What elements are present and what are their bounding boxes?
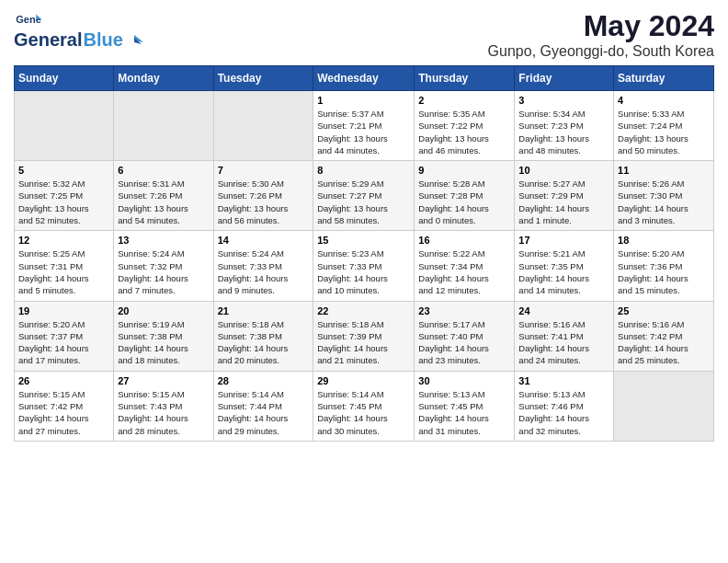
day-number: 2 <box>418 95 510 106</box>
calendar-week-row-1: 5Sunrise: 5:32 AMSunset: 7:25 PMDaylight… <box>15 161 714 231</box>
calendar-cell: 21Sunrise: 5:18 AMSunset: 7:38 PMDayligh… <box>213 301 313 371</box>
header: General GeneralBlue May 2024 Gunpo, Gyeo… <box>14 9 714 60</box>
day-number: 25 <box>618 305 710 316</box>
day-info: Sunrise: 5:30 AMSunset: 7:26 PMDaylight:… <box>218 178 310 226</box>
calendar-cell <box>15 91 114 161</box>
weekday-header-friday: Friday <box>515 66 614 91</box>
calendar-cell: 22Sunrise: 5:18 AMSunset: 7:39 PMDayligh… <box>313 301 415 371</box>
calendar-cell: 8Sunrise: 5:29 AMSunset: 7:27 PMDaylight… <box>313 161 415 231</box>
calendar-cell <box>213 91 313 161</box>
day-info: Sunrise: 5:34 AMSunset: 7:23 PMDaylight:… <box>518 108 609 156</box>
calendar-cell: 29Sunrise: 5:14 AMSunset: 7:45 PMDayligh… <box>313 371 415 441</box>
day-number: 6 <box>118 165 209 176</box>
day-number: 20 <box>118 305 209 316</box>
day-info: Sunrise: 5:26 AMSunset: 7:30 PMDaylight:… <box>618 178 710 226</box>
weekday-header-thursday: Thursday <box>415 66 515 91</box>
logo-icon: General <box>16 13 41 29</box>
calendar-cell: 13Sunrise: 5:24 AMSunset: 7:32 PMDayligh… <box>114 231 213 301</box>
calendar-table: SundayMondayTuesdayWednesdayThursdayFrid… <box>14 65 714 442</box>
day-info: Sunrise: 5:28 AMSunset: 7:28 PMDaylight:… <box>418 178 510 226</box>
calendar-week-row-2: 12Sunrise: 5:25 AMSunset: 7:31 PMDayligh… <box>15 231 714 301</box>
day-info: Sunrise: 5:13 AMSunset: 7:45 PMDaylight:… <box>418 388 510 437</box>
day-number: 18 <box>618 235 710 246</box>
day-info: Sunrise: 5:25 AMSunset: 7:31 PMDaylight:… <box>18 247 109 296</box>
day-info: Sunrise: 5:18 AMSunset: 7:38 PMDaylight:… <box>218 318 310 367</box>
day-info: Sunrise: 5:24 AMSunset: 7:32 PMDaylight:… <box>118 247 209 296</box>
day-info: Sunrise: 5:21 AMSunset: 7:35 PMDaylight:… <box>518 247 609 296</box>
day-number: 4 <box>618 95 710 106</box>
day-info: Sunrise: 5:35 AMSunset: 7:22 PMDaylight:… <box>418 108 510 156</box>
day-info: Sunrise: 5:17 AMSunset: 7:40 PMDaylight:… <box>418 318 510 367</box>
calendar-cell: 18Sunrise: 5:20 AMSunset: 7:36 PMDayligh… <box>614 231 714 301</box>
calendar-week-row-3: 19Sunrise: 5:20 AMSunset: 7:37 PMDayligh… <box>15 301 714 371</box>
day-number: 16 <box>418 235 510 246</box>
logo-bird-icon <box>125 33 143 48</box>
calendar-cell <box>114 91 213 161</box>
weekday-header-row: SundayMondayTuesdayWednesdayThursdayFrid… <box>15 66 714 91</box>
day-number: 30 <box>418 375 510 386</box>
svg-text:General: General <box>16 14 41 25</box>
day-info: Sunrise: 5:15 AMSunset: 7:43 PMDaylight:… <box>118 388 209 437</box>
day-number: 7 <box>218 165 310 176</box>
logo-general: General <box>14 29 82 51</box>
day-number: 11 <box>618 165 710 176</box>
calendar-cell: 16Sunrise: 5:22 AMSunset: 7:34 PMDayligh… <box>415 231 515 301</box>
location-subtitle: Gunpo, Gyeonggi-do, South Korea <box>488 43 714 60</box>
calendar-cell: 3Sunrise: 5:34 AMSunset: 7:23 PMDaylight… <box>515 91 614 161</box>
day-number: 3 <box>518 95 609 106</box>
day-number: 5 <box>18 165 109 176</box>
day-number: 9 <box>418 165 510 176</box>
day-number: 14 <box>218 235 310 246</box>
day-info: Sunrise: 5:16 AMSunset: 7:41 PMDaylight:… <box>518 318 609 367</box>
day-info: Sunrise: 5:20 AMSunset: 7:37 PMDaylight:… <box>18 318 109 367</box>
day-number: 23 <box>418 305 510 316</box>
day-number: 22 <box>317 305 410 316</box>
calendar-cell: 27Sunrise: 5:15 AMSunset: 7:43 PMDayligh… <box>114 371 213 441</box>
calendar-cell: 7Sunrise: 5:30 AMSunset: 7:26 PMDaylight… <box>213 161 313 231</box>
day-info: Sunrise: 5:14 AMSunset: 7:44 PMDaylight:… <box>218 388 310 437</box>
calendar-cell: 1Sunrise: 5:37 AMSunset: 7:21 PMDaylight… <box>313 91 415 161</box>
calendar-cell: 25Sunrise: 5:16 AMSunset: 7:42 PMDayligh… <box>614 301 714 371</box>
logo: General GeneralBlue <box>14 13 143 51</box>
calendar-cell: 28Sunrise: 5:14 AMSunset: 7:44 PMDayligh… <box>213 371 313 441</box>
day-number: 27 <box>118 375 209 386</box>
day-info: Sunrise: 5:13 AMSunset: 7:46 PMDaylight:… <box>518 388 609 437</box>
day-number: 12 <box>18 235 109 246</box>
logo-blue-text: Blue <box>83 29 122 51</box>
calendar-cell: 19Sunrise: 5:20 AMSunset: 7:37 PMDayligh… <box>15 301 114 371</box>
day-number: 8 <box>317 165 410 176</box>
day-info: Sunrise: 5:32 AMSunset: 7:25 PMDaylight:… <box>18 178 109 226</box>
calendar-cell: 6Sunrise: 5:31 AMSunset: 7:26 PMDaylight… <box>114 161 213 231</box>
day-info: Sunrise: 5:23 AMSunset: 7:33 PMDaylight:… <box>317 247 410 296</box>
day-info: Sunrise: 5:29 AMSunset: 7:27 PMDaylight:… <box>317 178 410 226</box>
weekday-header-wednesday: Wednesday <box>313 66 415 91</box>
calendar-cell: 11Sunrise: 5:26 AMSunset: 7:30 PMDayligh… <box>614 161 714 231</box>
day-number: 15 <box>317 235 410 246</box>
weekday-header-tuesday: Tuesday <box>213 66 313 91</box>
day-number: 31 <box>518 375 609 386</box>
day-number: 10 <box>518 165 609 176</box>
day-info: Sunrise: 5:20 AMSunset: 7:36 PMDaylight:… <box>618 247 710 296</box>
day-info: Sunrise: 5:15 AMSunset: 7:42 PMDaylight:… <box>18 388 109 437</box>
calendar-cell: 9Sunrise: 5:28 AMSunset: 7:28 PMDaylight… <box>415 161 515 231</box>
calendar-cell: 10Sunrise: 5:27 AMSunset: 7:29 PMDayligh… <box>515 161 614 231</box>
calendar-cell: 20Sunrise: 5:19 AMSunset: 7:38 PMDayligh… <box>114 301 213 371</box>
day-info: Sunrise: 5:33 AMSunset: 7:24 PMDaylight:… <box>618 108 710 156</box>
title-area: May 2024 Gunpo, Gyeonggi-do, South Korea <box>488 9 714 60</box>
calendar-cell: 5Sunrise: 5:32 AMSunset: 7:25 PMDaylight… <box>15 161 114 231</box>
day-number: 19 <box>18 305 109 316</box>
day-number: 26 <box>18 375 109 386</box>
day-info: Sunrise: 5:18 AMSunset: 7:39 PMDaylight:… <box>317 318 410 367</box>
calendar-cell: 12Sunrise: 5:25 AMSunset: 7:31 PMDayligh… <box>15 231 114 301</box>
calendar-cell: 15Sunrise: 5:23 AMSunset: 7:33 PMDayligh… <box>313 231 415 301</box>
day-info: Sunrise: 5:19 AMSunset: 7:38 PMDaylight:… <box>118 318 209 367</box>
calendar-week-row-0: 1Sunrise: 5:37 AMSunset: 7:21 PMDaylight… <box>15 91 714 161</box>
calendar-cell: 4Sunrise: 5:33 AMSunset: 7:24 PMDaylight… <box>614 91 714 161</box>
calendar-cell: 14Sunrise: 5:24 AMSunset: 7:33 PMDayligh… <box>213 231 313 301</box>
day-number: 24 <box>518 305 609 316</box>
day-info: Sunrise: 5:24 AMSunset: 7:33 PMDaylight:… <box>218 247 310 296</box>
calendar-cell: 2Sunrise: 5:35 AMSunset: 7:22 PMDaylight… <box>415 91 515 161</box>
calendar-cell: 26Sunrise: 5:15 AMSunset: 7:42 PMDayligh… <box>15 371 114 441</box>
calendar-cell <box>614 371 714 441</box>
day-info: Sunrise: 5:14 AMSunset: 7:45 PMDaylight:… <box>317 388 410 437</box>
